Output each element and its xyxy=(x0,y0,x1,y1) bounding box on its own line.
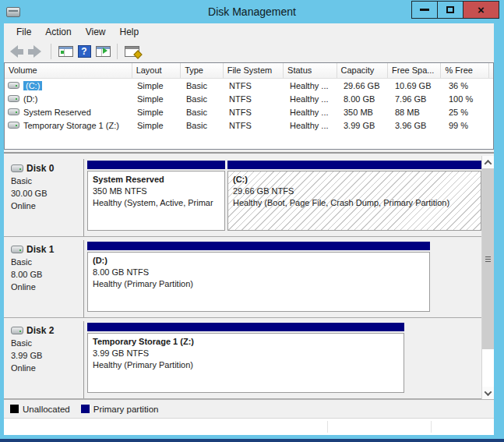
menu-item-help[interactable]: Help xyxy=(113,25,146,39)
help-button[interactable]: ? xyxy=(75,43,93,60)
menu-item-view[interactable]: View xyxy=(79,25,113,39)
scroll-down-button[interactable] xyxy=(482,387,494,399)
scrollbar-track[interactable] xyxy=(482,349,494,387)
column-header-type[interactable]: Type xyxy=(181,63,224,78)
gear-icon xyxy=(133,50,142,58)
titlebar[interactable]: Disk Management × xyxy=(0,0,504,23)
primary-partition-swatch xyxy=(81,405,90,413)
partition-d[interactable]: (D:) 8.00 GB NTFS Healthy (Primary Parti… xyxy=(87,242,430,312)
column-header-free-space[interactable]: Free Spa... xyxy=(388,63,441,78)
scrollbar-thumb[interactable] xyxy=(482,168,494,349)
volume-free-space: 7.96 GB xyxy=(391,94,445,104)
volume-pct-free: 36 % xyxy=(445,81,493,90)
disk-rows: Disk 0 Basic 30.00 GB Online System Rese… xyxy=(4,156,481,399)
volume-name: (C:) xyxy=(23,81,42,90)
show-action-pane-button[interactable] xyxy=(93,43,112,60)
show-console-tree-icon xyxy=(58,46,73,57)
disk-2-label[interactable]: Disk 2 Basic 3.99 GB Online xyxy=(6,321,84,398)
disk-2-graphic: Temporary Storage 1 (Z:) 3.99 GB NTFS He… xyxy=(84,321,481,398)
status-bar-separator xyxy=(431,421,432,433)
volume-type: Basic xyxy=(182,108,225,117)
volume-free-space: 3.96 GB xyxy=(391,121,445,130)
forward-button[interactable] xyxy=(28,45,41,58)
disk-0-label[interactable]: Disk 0 Basic 30.00 GB Online xyxy=(6,159,84,236)
menu-item-action[interactable]: Action xyxy=(38,25,78,39)
partition-z[interactable]: Temporary Storage 1 (Z:) 3.99 GB NTFS He… xyxy=(87,323,404,393)
toolbar: ? xyxy=(4,41,494,62)
column-header-volume[interactable]: Volume xyxy=(5,63,132,78)
disk-row-0: Disk 0 Basic 30.00 GB Online System Rese… xyxy=(4,156,481,237)
partition-size: 350 MB NTFS xyxy=(93,186,224,197)
help-icon: ? xyxy=(78,45,91,58)
volume-row-d[interactable]: (D:) Simple Basic NTFS Healthy ... 8.00 … xyxy=(5,92,493,105)
volume-icon xyxy=(8,82,19,89)
disk-type: Basic xyxy=(11,256,83,268)
vertical-scrollbar[interactable] xyxy=(481,156,494,399)
partition-health: Healthy (Primary Partition) xyxy=(93,359,404,371)
volume-row-system-reserved[interactable]: System Reserved Simple Basic NTFS Health… xyxy=(5,105,493,118)
disk-status: Online xyxy=(11,200,83,212)
disk-1-label[interactable]: Disk 1 Basic 8.00 GB Online xyxy=(6,240,84,317)
close-button[interactable]: × xyxy=(463,1,499,19)
volume-icon xyxy=(8,108,19,115)
volume-free-space: 88 MB xyxy=(391,108,445,117)
disk-capacity: 8.00 GB xyxy=(11,268,83,281)
partition-health: Healthy (System, Active, Primar xyxy=(93,197,224,209)
partition-title: (C:) xyxy=(233,174,481,186)
back-button[interactable] xyxy=(10,45,23,58)
disk-icon xyxy=(11,327,23,334)
legend-bar: Unallocated Primary partition xyxy=(4,399,494,418)
pane-splitter[interactable] xyxy=(4,150,494,156)
partition-health: Healthy (Primary Partition) xyxy=(93,278,429,290)
volume-type: Basic xyxy=(182,94,225,104)
volume-type: Basic xyxy=(182,121,225,130)
volume-row-temporary-storage[interactable]: Temporary Storage 1 (Z:) Simple Basic NT… xyxy=(5,118,493,132)
console-options-button[interactable] xyxy=(122,43,141,60)
volume-row-c[interactable]: (C:) Simple Basic NTFS Healthy ... 29.66… xyxy=(5,79,493,92)
volume-list-header: Volume Layout Type File System Status Ca… xyxy=(5,63,493,79)
disk-name: Disk 0 xyxy=(26,162,54,175)
minimize-button[interactable] xyxy=(411,1,438,19)
disk-status: Online xyxy=(11,362,83,374)
maximize-button[interactable] xyxy=(437,1,463,19)
volume-pct-free: 99 % xyxy=(445,121,493,130)
legend-label-primary-partition: Primary partition xyxy=(93,405,159,414)
partition-health: Healthy (Boot, Page File, Crash Dump, Pr… xyxy=(233,197,481,209)
column-header-capacity[interactable]: Capacity xyxy=(337,63,388,78)
volume-layout: Simple xyxy=(133,81,182,90)
column-header-status[interactable]: Status xyxy=(284,63,337,78)
volume-capacity: 350 MB xyxy=(340,108,391,117)
show-action-pane-icon xyxy=(96,46,111,57)
volume-pct-free: 25 % xyxy=(445,108,493,117)
disk-management-window: Disk Management × File Action View Help xyxy=(0,0,504,442)
window-bottom-edge xyxy=(0,439,504,442)
column-header-filler xyxy=(489,63,493,78)
partition-c[interactable]: (C:) 29.66 GB NTFS Healthy (Boot, Page F… xyxy=(227,161,481,231)
volume-icon xyxy=(8,122,19,129)
back-icon xyxy=(10,45,18,58)
menu-item-file[interactable]: File xyxy=(9,25,38,39)
volume-free-space: 10.69 GB xyxy=(391,81,445,90)
primary-partition-strip xyxy=(87,242,430,250)
volume-layout: Simple xyxy=(133,121,182,130)
volume-capacity: 8.00 GB xyxy=(340,94,391,104)
column-header-pct-free[interactable]: % Free xyxy=(441,63,489,78)
volume-layout: Simple xyxy=(133,108,182,117)
column-header-layout[interactable]: Layout xyxy=(132,63,182,78)
column-header-file-system[interactable]: File System xyxy=(224,63,284,78)
status-bar-separator xyxy=(327,421,328,433)
disk-status: Online xyxy=(11,281,83,293)
disk-name: Disk 1 xyxy=(26,243,54,256)
forward-icon xyxy=(33,45,41,58)
partition-title: Temporary Storage 1 (Z:) xyxy=(93,336,404,348)
window-controls: × xyxy=(412,1,499,19)
volume-file-system: NTFS xyxy=(225,121,286,130)
show-console-tree-button[interactable] xyxy=(56,43,75,60)
volume-icon xyxy=(8,95,19,102)
partition-system-reserved[interactable]: System Reserved 350 MB NTFS Healthy (Sys… xyxy=(87,161,225,231)
primary-partition-strip xyxy=(227,161,481,169)
volume-file-system: NTFS xyxy=(225,94,286,104)
disk-row-2: Disk 2 Basic 3.99 GB Online Temporary St… xyxy=(4,318,481,399)
scroll-up-button[interactable] xyxy=(482,156,494,168)
toolbar-separator xyxy=(51,44,51,59)
